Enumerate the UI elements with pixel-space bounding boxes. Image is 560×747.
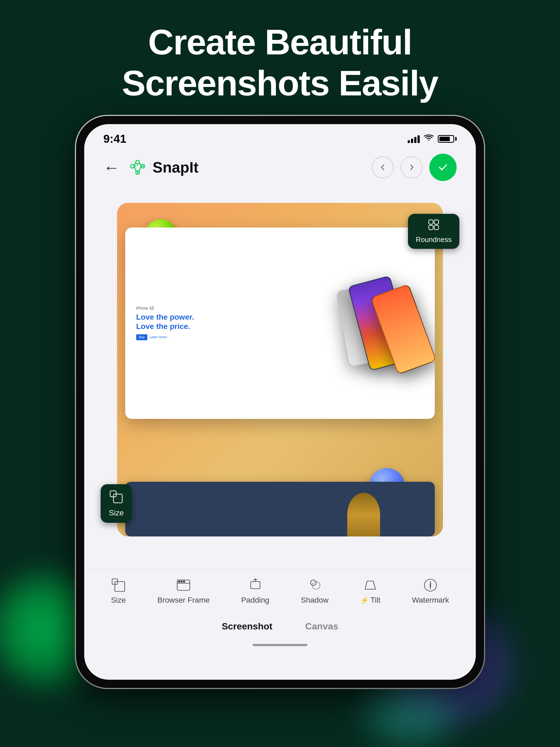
svg-line-9: [134, 166, 136, 171]
toolbar-item-watermark[interactable]: i Watermark: [412, 578, 449, 604]
status-bar: 9:41: [84, 124, 476, 148]
size-badge[interactable]: Size: [101, 484, 132, 523]
roundness-badge[interactable]: Roundness: [408, 214, 459, 249]
app-name: SnapIt: [153, 159, 199, 176]
svg-line-8: [134, 162, 136, 166]
svg-rect-13: [434, 220, 439, 224]
canvas-area: iPhone SE Love the power. Love the price…: [84, 186, 476, 569]
main-heading: Create Beautiful Screenshots Easily: [0, 22, 560, 104]
ipad-frame: 9:41: [75, 115, 485, 689]
buy-button: Buy: [136, 334, 147, 340]
headline-2: Love the price.: [136, 322, 190, 331]
home-indicator: [95, 640, 465, 653]
face-image: [347, 493, 380, 537]
status-icons: [408, 134, 457, 144]
svg-rect-0: [131, 164, 134, 168]
screenshot-preview: iPhone SE Love the power. Love the price…: [101, 198, 459, 558]
roundness-label: Roundness: [416, 235, 452, 244]
battery-fill: [439, 137, 450, 141]
size-toolbar-icon: [111, 578, 126, 593]
svg-point-24: [183, 581, 185, 583]
prev-button[interactable]: [372, 156, 394, 178]
toolbar-item-shadow[interactable]: Shadow: [301, 578, 328, 604]
padding-toolbar-label: Padding: [241, 596, 269, 604]
tab-screenshot[interactable]: Screenshot: [216, 618, 278, 634]
next-button[interactable]: [401, 156, 423, 178]
tilt-label-text: Tilt: [371, 596, 380, 604]
signal-bar-1: [408, 140, 410, 143]
battery-icon: [438, 135, 457, 143]
learn-more-link: Learn more ›: [150, 335, 169, 339]
nav-left: ←: [103, 158, 199, 177]
tilt-bolt-icon: ⚡: [360, 596, 369, 604]
app-logo: SnapIt: [128, 158, 199, 177]
browser-frame-toolbar-icon: [176, 578, 191, 593]
ipad-screen: 9:41: [84, 124, 476, 680]
shadow-toolbar-label: Shadow: [301, 596, 328, 604]
tilt-toolbar-label: ⚡ Tilt: [360, 596, 380, 604]
shadow-toolbar-icon: [307, 578, 322, 593]
nav-right: [372, 154, 457, 181]
svg-rect-17: [113, 494, 122, 503]
tab-bar: Screenshot Canvas: [95, 616, 465, 640]
signal-bar-4: [417, 135, 420, 143]
svg-line-10: [139, 162, 141, 166]
tab-canvas[interactable]: Canvas: [300, 618, 344, 634]
svg-rect-19: [115, 582, 125, 591]
status-time: 9:41: [103, 132, 126, 146]
toolbar-item-browser-frame[interactable]: Browser Frame: [157, 578, 209, 604]
heading-line1: Create Beautiful: [0, 22, 560, 63]
size-icon: [109, 490, 123, 506]
toolbar-item-size[interactable]: Size: [111, 578, 126, 604]
toolbar-item-tilt[interactable]: ⚡ Tilt: [360, 578, 380, 604]
heading-line2: Screenshots Easily: [0, 63, 560, 104]
battery-body: [438, 135, 454, 143]
svg-rect-2: [136, 160, 139, 164]
svg-line-11: [139, 166, 141, 171]
battery-tip: [455, 137, 457, 141]
svg-text:i: i: [430, 583, 431, 588]
browser-window: iPhone SE Love the power. Love the price…: [125, 228, 435, 419]
confirm-button[interactable]: [429, 154, 457, 181]
svg-rect-15: [434, 225, 439, 230]
svg-point-29: [311, 580, 316, 585]
svg-rect-14: [429, 225, 433, 230]
wifi-icon: [424, 134, 434, 144]
svg-point-22: [178, 581, 180, 583]
back-button[interactable]: ←: [103, 158, 120, 177]
toolbar-items: Size Browser Frame: [95, 578, 465, 604]
svg-point-23: [181, 581, 182, 583]
watermark-toolbar-label: Watermark: [412, 596, 449, 604]
svg-rect-25: [251, 582, 260, 589]
size-toolbar-label: Size: [111, 596, 126, 604]
toolbar-item-padding[interactable]: Padding: [241, 578, 269, 604]
signal-bar-3: [414, 137, 416, 143]
svg-rect-12: [429, 220, 433, 224]
headline-1: Love the power.: [136, 313, 194, 321]
browser-content: iPhone SE Love the power. Love the price…: [125, 228, 435, 419]
size-label: Size: [109, 509, 124, 517]
watermark-toolbar-icon: i: [423, 578, 438, 593]
tilt-toolbar-icon: [363, 578, 378, 593]
canvas-background: iPhone SE Love the power. Love the price…: [117, 203, 443, 537]
bottom-toolbar: Size Browser Frame: [84, 569, 476, 659]
home-bar: [253, 644, 307, 646]
signal-bar-2: [411, 138, 413, 143]
ipad-inner: 9:41: [76, 116, 484, 688]
browser-frame-toolbar-label: Browser Frame: [157, 596, 209, 604]
roundness-icon: [428, 219, 440, 233]
nav-bar: ←: [84, 148, 476, 186]
second-strip: [125, 482, 435, 537]
signal-bars-icon: [408, 135, 420, 143]
iphone-showcase: [233, 228, 435, 419]
app-logo-icon: [128, 158, 147, 177]
padding-toolbar-icon: [248, 578, 263, 593]
